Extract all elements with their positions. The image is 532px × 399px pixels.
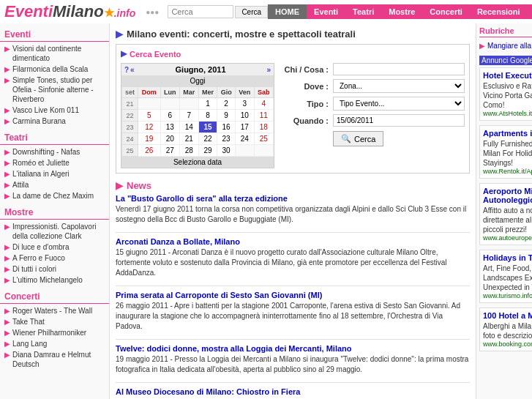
sidebar-link[interactable]: Di luce e d'ombra bbox=[12, 242, 70, 252]
nav-eventi[interactable]: Eventi bbox=[307, 4, 345, 19]
news-link-0[interactable]: La "Busto Garollo di sera" alla terza ed… bbox=[116, 194, 288, 203]
chi-cosa-input[interactable] bbox=[333, 63, 465, 75]
cal-day[interactable]: 13 bbox=[160, 122, 179, 133]
list-item[interactable]: ▶Wiener Philharmoniker bbox=[0, 327, 109, 338]
dove-select[interactable]: Zona... bbox=[333, 79, 465, 93]
cal-day[interactable]: 26 bbox=[138, 145, 161, 157]
cal-day[interactable]: 14 bbox=[179, 122, 198, 133]
cal-day[interactable]: 4 bbox=[254, 98, 273, 110]
cal-day[interactable]: 7 bbox=[179, 110, 198, 122]
sidebar-link[interactable]: A Ferro e Fuoco bbox=[12, 253, 65, 263]
cal-day[interactable]: 16 bbox=[217, 122, 235, 133]
nav-home[interactable]: HOME bbox=[268, 4, 307, 19]
cal-day[interactable]: 8 bbox=[198, 110, 217, 122]
cal-day[interactable]: 18 bbox=[254, 122, 273, 133]
list-item[interactable]: ▶Visioni dal continente dimenticato bbox=[0, 43, 109, 64]
cal-day[interactable]: 29 bbox=[198, 145, 217, 157]
cal-day[interactable]: 11 bbox=[254, 110, 273, 122]
cal-next-nav[interactable]: » bbox=[266, 66, 271, 74]
cal-day[interactable]: 15 bbox=[198, 122, 217, 133]
ad-title-3[interactable]: Holidays in Tuscany bbox=[483, 253, 532, 262]
cal-day[interactable]: 19 bbox=[138, 133, 161, 145]
nav-teatri[interactable]: Teatri bbox=[345, 4, 381, 19]
ad-title-2[interactable]: Aeroporto Milano Autonoleggio bbox=[483, 187, 532, 204]
list-item[interactable]: ▶Diana Damrau e Helmut Deutsch bbox=[0, 349, 109, 370]
list-item[interactable]: ▶La dame de Chez Maxim bbox=[0, 190, 109, 201]
calendar-today[interactable]: Oggi bbox=[121, 75, 274, 86]
cal-day[interactable]: 28 bbox=[179, 145, 198, 157]
nav-recensioni[interactable]: Recensioni bbox=[470, 4, 528, 19]
list-item[interactable]: ▶Attila bbox=[0, 179, 109, 190]
cal-day[interactable]: 25 bbox=[254, 133, 273, 145]
sidebar-link[interactable]: Simple Tones, studio per Ofelia - Sinfon… bbox=[12, 75, 106, 104]
sidebar-link[interactable]: Downshifting - Nafas bbox=[12, 147, 80, 157]
list-item[interactable]: ▶Impressionisti. Capolavori della collez… bbox=[0, 221, 109, 242]
ad-title-4[interactable]: 100 Hotel a Milano bbox=[483, 311, 532, 320]
list-item[interactable]: ▶L'italiana in Algeri bbox=[0, 168, 109, 179]
cal-day[interactable]: 5 bbox=[138, 110, 161, 122]
sidebar-link[interactable]: Filarmonica della Scala bbox=[12, 64, 88, 74]
sidebar-link[interactable]: Wiener Philharmoniker bbox=[12, 328, 86, 338]
cal-day[interactable]: 24 bbox=[235, 133, 254, 145]
sidebar-link[interactable]: Lang Lang bbox=[12, 339, 47, 348]
nav-mostre[interactable]: Mostre bbox=[381, 4, 422, 19]
sidebar-link[interactable]: Impressionisti. Capolavori della collezi… bbox=[12, 222, 106, 241]
list-item[interactable]: ▶Di luce e d'ombra bbox=[0, 242, 109, 253]
rubriche-link[interactable]: Mangiare alla milanese bbox=[487, 42, 532, 50]
news-link-4[interactable]: Al Museo Diocesano di Milano: Chiostro i… bbox=[116, 387, 300, 396]
search-input[interactable] bbox=[168, 5, 233, 18]
list-item[interactable]: ▶L'ultimo Michelangelo bbox=[0, 275, 109, 286]
cerca-submit-button[interactable]: 🔍 Cerca bbox=[333, 131, 383, 146]
list-item[interactable]: ▶Lang Lang bbox=[0, 338, 109, 349]
sidebar-link[interactable]: L'ultimo Michelangelo bbox=[12, 275, 83, 285]
sidebar-link[interactable]: Roger Waters - The Wall bbox=[12, 306, 92, 316]
news-link-3[interactable]: Twelve: dodici donne, mostra alla Loggia… bbox=[116, 344, 352, 353]
search-button[interactable]: Cerca bbox=[235, 6, 268, 18]
sidebar-link[interactable]: La dame de Chez Maxim bbox=[12, 191, 94, 201]
cal-day[interactable]: 17 bbox=[235, 122, 254, 133]
tipo-select[interactable]: Tipo Evento... bbox=[333, 97, 465, 111]
list-item[interactable]: ▶Vasco Live Kom 011 bbox=[0, 105, 109, 116]
cal-prev-button[interactable]: ? bbox=[124, 66, 129, 74]
list-item[interactable]: ▶Roger Waters - The Wall bbox=[0, 305, 109, 316]
list-item[interactable]: ▶Simple Tones, studio per Ofelia - Sinfo… bbox=[0, 75, 109, 105]
news-link-2[interactable]: Prima serata al Carroponte di Sesto San … bbox=[116, 291, 322, 299]
sidebar-link[interactable]: Roméo et Juliette bbox=[12, 158, 70, 168]
list-item[interactable]: ▶Carmina Burana bbox=[0, 116, 109, 127]
sidebar-link[interactable]: Diana Damrau e Helmut Deutsch bbox=[12, 350, 106, 369]
sidebar-link[interactable]: Vasco Live Kom 011 bbox=[12, 105, 79, 115]
sidebar-link[interactable]: Visioni dal continente dimenticato bbox=[12, 44, 106, 63]
list-item[interactable]: ▶Take That bbox=[0, 316, 109, 327]
cal-day[interactable]: 2 bbox=[217, 98, 235, 110]
ad-title-1[interactable]: Apartments in Milan bbox=[483, 129, 532, 138]
cal-day[interactable]: 27 bbox=[160, 145, 179, 157]
calendar-select-date[interactable]: Seleziona data bbox=[121, 157, 274, 168]
list-item[interactable]: ▶Di tutti i colori bbox=[0, 264, 109, 275]
cal-day[interactable]: 3 bbox=[235, 98, 254, 110]
cal-day[interactable]: 9 bbox=[217, 110, 235, 122]
cal-day[interactable]: 30 bbox=[217, 145, 235, 157]
cal-day[interactable]: 1 bbox=[198, 98, 217, 110]
list-item[interactable]: ▶Filarmonica della Scala bbox=[0, 64, 109, 75]
cal-prev-nav[interactable]: « bbox=[130, 66, 135, 74]
cal-day[interactable]: 20 bbox=[160, 133, 179, 145]
sidebar-link[interactable]: L'italiana in Algeri bbox=[12, 169, 70, 179]
cal-day[interactable]: 23 bbox=[217, 133, 235, 145]
list-item[interactable]: ▶A Ferro e Fuoco bbox=[0, 253, 109, 264]
sidebar-link[interactable]: Attila bbox=[12, 180, 29, 190]
quando-input[interactable] bbox=[333, 114, 465, 127]
ad-title-0[interactable]: Hotel Executive 4 Stelle bbox=[483, 71, 532, 80]
sidebar-link[interactable]: Take That bbox=[12, 317, 45, 327]
cal-day[interactable]: 10 bbox=[235, 110, 254, 122]
news-link-1[interactable]: Arconati Danza a Bollate, Milano bbox=[116, 237, 240, 246]
nav-links[interactable]: Links bbox=[528, 4, 532, 19]
cal-day[interactable]: 21 bbox=[179, 133, 198, 145]
cal-day[interactable]: 6 bbox=[160, 110, 179, 122]
cal-day[interactable]: 12 bbox=[138, 122, 161, 133]
cal-day[interactable]: 22 bbox=[198, 133, 217, 145]
list-item[interactable]: ▶Downshifting - Nafas bbox=[0, 146, 109, 157]
sidebar-link[interactable]: Carmina Burana bbox=[12, 116, 66, 126]
list-item[interactable]: ▶Roméo et Juliette bbox=[0, 157, 109, 168]
sidebar-link[interactable]: Di tutti i colori bbox=[12, 264, 56, 274]
nav-concerti[interactable]: Concerti bbox=[422, 4, 470, 19]
